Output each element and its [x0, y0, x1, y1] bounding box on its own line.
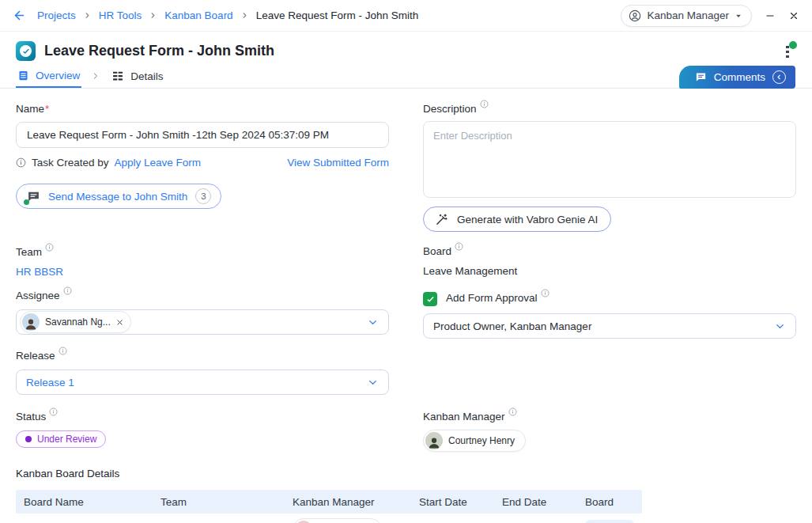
team-label: Team — [16, 246, 389, 259]
status-badge-label: Under Review — [37, 434, 96, 445]
description-input[interactable] — [423, 121, 796, 198]
column-header: Start Date — [411, 496, 494, 508]
comments-button[interactable]: Comments — [679, 66, 795, 89]
form-approval-label: Add Form Approval — [446, 292, 550, 305]
collapse-chevron-icon — [772, 70, 786, 84]
chevron-down-icon — [367, 377, 379, 388]
tab-details-label: Details — [130, 70, 163, 82]
kanban-manager-chip-label: Courtney Henry — [448, 435, 515, 446]
info-icon[interactable] — [455, 242, 463, 251]
remove-assignee-icon[interactable] — [116, 319, 123, 326]
chevron-right-icon — [240, 11, 249, 20]
form-approval-checkbox[interactable] — [423, 292, 437, 306]
view-board-button[interactable]: View — [585, 520, 634, 523]
assignee-label: Assignee — [16, 290, 389, 302]
name-input[interactable] — [16, 122, 389, 148]
chevron-right-icon — [91, 64, 100, 88]
avatar — [22, 313, 40, 331]
task-check-icon — [16, 41, 36, 61]
back-button[interactable] — [13, 9, 26, 22]
board-label: Board — [423, 245, 796, 258]
send-message-label: Send Message to John Smith — [48, 191, 187, 203]
form-content: Name* Task Created by Apply Leave Form V… — [0, 89, 812, 523]
page-title: Leave Request Form - John Smith — [44, 43, 274, 59]
info-icon[interactable] — [63, 286, 72, 295]
column-header: Team — [153, 496, 285, 508]
team-value-link[interactable]: HR BBSR — [16, 266, 63, 278]
approvers-select[interactable]: Product Owner, Kanban Manager — [423, 313, 796, 339]
info-icon[interactable] — [541, 289, 550, 298]
tab-details[interactable]: Details — [110, 64, 164, 88]
page-header: Leave Request Form - John Smith — [0, 32, 812, 64]
required-asterisk: * — [45, 103, 49, 116]
kanban-manager-label: Kanban Manager — [423, 411, 796, 423]
chevron-right-icon — [149, 11, 157, 20]
minimize-button[interactable] — [765, 10, 776, 21]
kanban-manager-cell-chip: Jenny Wilson — [293, 518, 382, 523]
status-label: Status — [16, 411, 389, 423]
form-left-column: Name* Task Created by Apply Leave Form V… — [16, 103, 389, 448]
table-row: Leave Management Bangalore_team2_UX Jenn… — [16, 514, 642, 523]
form-approval-row: Add Form Approval — [423, 292, 796, 306]
presence-dot — [789, 41, 797, 49]
info-icon[interactable] — [49, 407, 58, 416]
details-list-icon — [111, 70, 124, 82]
table-header-row: Board Name Team Kanban Manager Start Dat… — [16, 490, 642, 514]
column-header: Board Name — [16, 496, 153, 508]
magic-wand-icon — [435, 213, 448, 226]
column-header: Kanban Manager — [285, 496, 411, 508]
comment-icon — [695, 71, 707, 83]
comments-button-label: Comments — [714, 71, 765, 83]
info-icon[interactable] — [16, 157, 26, 168]
description-label: Description — [423, 103, 796, 116]
message-count-badge: 3 — [195, 188, 211, 204]
release-select[interactable]: Release 1 — [16, 370, 389, 395]
close-button[interactable] — [788, 10, 799, 21]
assignee-select[interactable]: Savannah Ng... — [16, 309, 389, 335]
window-titlebar: Projects HR Tools Kanban Board Leave Req… — [0, 0, 812, 32]
chevron-down-icon — [367, 316, 379, 328]
task-created-row: Task Created by Apply Leave Form View Su… — [16, 157, 389, 169]
tab-bar: Overview Details Comments — [0, 64, 812, 89]
apply-leave-form-link[interactable]: Apply Leave Form — [115, 157, 202, 169]
account-role-label: Kanban Manager — [647, 9, 729, 21]
board-details-table: Board Name Team Kanban Manager Start Dat… — [16, 490, 642, 523]
approvers-selected-value: Product Owner, Kanban Manager — [433, 320, 591, 332]
breadcrumb-link-kanban-board[interactable]: Kanban Board — [164, 9, 232, 21]
back-arrow-icon — [13, 9, 26, 22]
breadcrumb: Projects HR Tools Kanban Board Leave Req… — [37, 9, 621, 21]
kebab-menu-icon[interactable] — [784, 44, 795, 59]
user-icon — [629, 9, 641, 22]
message-icon — [27, 190, 40, 203]
caret-down-icon — [735, 12, 742, 20]
chevron-right-icon — [83, 11, 92, 20]
column-header: Board — [577, 496, 642, 508]
chevron-down-icon — [774, 320, 786, 332]
info-icon[interactable] — [59, 347, 67, 355]
account-role-dropdown[interactable]: Kanban Manager — [621, 5, 752, 27]
tab-overview-label: Overview — [36, 70, 80, 81]
assignee-chip: Savannah Ng... — [20, 311, 131, 333]
info-icon[interactable] — [480, 100, 489, 108]
breadcrumb-current: Leave Request Form - John Smith — [256, 9, 419, 21]
assignee-chip-label: Savannah Ng... — [45, 316, 111, 328]
board-value: Leave Management — [423, 265, 796, 277]
info-icon[interactable] — [45, 243, 54, 252]
breadcrumb-link-hr-tools[interactable]: HR Tools — [99, 9, 142, 21]
release-label: Release — [16, 350, 389, 362]
generate-ai-button[interactable]: Generate with Vabro Genie AI — [423, 207, 611, 232]
view-submitted-form-link[interactable]: View Submitted Form — [287, 157, 389, 169]
breadcrumb-link-projects[interactable]: Projects — [37, 9, 76, 21]
info-icon[interactable] — [508, 407, 517, 416]
form-right-column: Description Generate with Vabro Genie AI… — [423, 103, 796, 452]
task-created-text: Task Created by — [32, 157, 109, 169]
release-selected-value: Release 1 — [26, 377, 74, 388]
board-details-title: Kanban Board Details — [16, 468, 796, 479]
column-header: End Date — [494, 496, 577, 508]
avatar — [425, 432, 443, 449]
send-message-button[interactable]: Send Message to John Smith 3 — [16, 184, 221, 209]
status-badge[interactable]: Under Review — [16, 430, 106, 448]
tab-overview[interactable]: Overview — [16, 64, 81, 88]
generate-ai-label: Generate with Vabro Genie AI — [457, 214, 598, 225]
name-label: Name* — [16, 103, 389, 116]
